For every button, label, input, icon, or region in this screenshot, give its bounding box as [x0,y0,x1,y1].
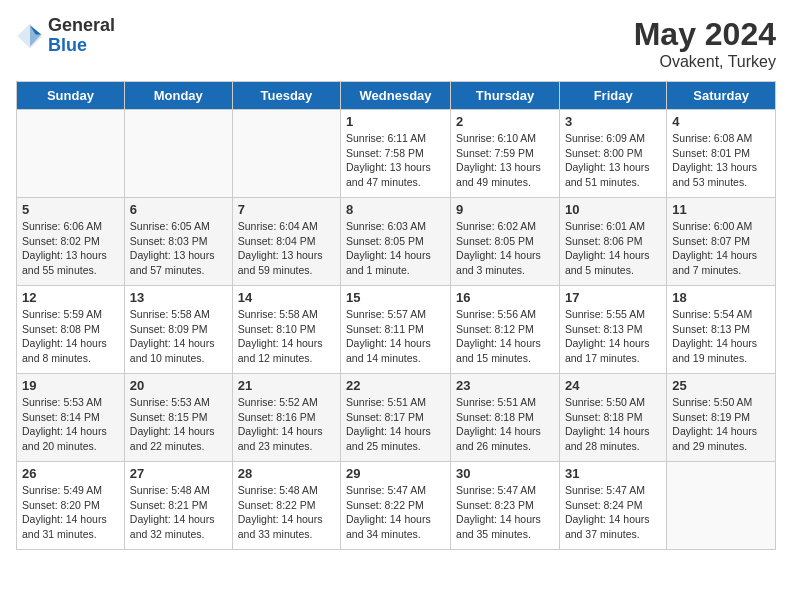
day-number: 24 [565,378,661,393]
day-info: Sunrise: 5:58 AM Sunset: 8:09 PM Dayligh… [130,307,227,366]
calendar-cell: 19Sunrise: 5:53 AM Sunset: 8:14 PM Dayli… [17,374,125,462]
day-number: 19 [22,378,119,393]
day-number: 23 [456,378,554,393]
day-number: 7 [238,202,335,217]
day-info: Sunrise: 6:09 AM Sunset: 8:00 PM Dayligh… [565,131,661,190]
day-number: 12 [22,290,119,305]
calendar-cell: 26Sunrise: 5:49 AM Sunset: 8:20 PM Dayli… [17,462,125,550]
calendar-cell: 22Sunrise: 5:51 AM Sunset: 8:17 PM Dayli… [341,374,451,462]
day-number: 13 [130,290,227,305]
day-number: 17 [565,290,661,305]
calendar-cell: 30Sunrise: 5:47 AM Sunset: 8:23 PM Dayli… [451,462,560,550]
calendar-cell: 8Sunrise: 6:03 AM Sunset: 8:05 PM Daylig… [341,198,451,286]
calendar-cell: 5Sunrise: 6:06 AM Sunset: 8:02 PM Daylig… [17,198,125,286]
calendar-cell: 6Sunrise: 6:05 AM Sunset: 8:03 PM Daylig… [124,198,232,286]
calendar-cell: 2Sunrise: 6:10 AM Sunset: 7:59 PM Daylig… [451,110,560,198]
day-info: Sunrise: 5:58 AM Sunset: 8:10 PM Dayligh… [238,307,335,366]
day-number: 4 [672,114,770,129]
day-info: Sunrise: 6:06 AM Sunset: 8:02 PM Dayligh… [22,219,119,278]
day-number: 5 [22,202,119,217]
day-info: Sunrise: 6:04 AM Sunset: 8:04 PM Dayligh… [238,219,335,278]
day-number: 25 [672,378,770,393]
day-info: Sunrise: 5:51 AM Sunset: 8:17 PM Dayligh… [346,395,445,454]
day-number: 11 [672,202,770,217]
day-number: 20 [130,378,227,393]
day-info: Sunrise: 6:02 AM Sunset: 8:05 PM Dayligh… [456,219,554,278]
header: General Blue May 2024 Ovakent, Turkey [16,16,776,71]
weekday-header: Sunday [17,82,125,110]
calendar-cell: 31Sunrise: 5:47 AM Sunset: 8:24 PM Dayli… [559,462,666,550]
calendar-cell: 1Sunrise: 6:11 AM Sunset: 7:58 PM Daylig… [341,110,451,198]
day-info: Sunrise: 5:47 AM Sunset: 8:24 PM Dayligh… [565,483,661,542]
weekday-header: Friday [559,82,666,110]
day-number: 9 [456,202,554,217]
calendar-cell: 23Sunrise: 5:51 AM Sunset: 8:18 PM Dayli… [451,374,560,462]
calendar-cell: 17Sunrise: 5:55 AM Sunset: 8:13 PM Dayli… [559,286,666,374]
calendar-cell: 29Sunrise: 5:47 AM Sunset: 8:22 PM Dayli… [341,462,451,550]
day-number: 8 [346,202,445,217]
logo-blue: Blue [48,36,115,56]
logo-icon [16,22,44,50]
calendar-cell: 15Sunrise: 5:57 AM Sunset: 8:11 PM Dayli… [341,286,451,374]
calendar-row: 5Sunrise: 6:06 AM Sunset: 8:02 PM Daylig… [17,198,776,286]
month-year: May 2024 [634,16,776,53]
calendar-cell: 10Sunrise: 6:01 AM Sunset: 8:06 PM Dayli… [559,198,666,286]
calendar-cell: 4Sunrise: 6:08 AM Sunset: 8:01 PM Daylig… [667,110,776,198]
weekday-header: Monday [124,82,232,110]
calendar-cell: 14Sunrise: 5:58 AM Sunset: 8:10 PM Dayli… [232,286,340,374]
day-info: Sunrise: 6:08 AM Sunset: 8:01 PM Dayligh… [672,131,770,190]
day-info: Sunrise: 5:53 AM Sunset: 8:14 PM Dayligh… [22,395,119,454]
title-area: May 2024 Ovakent, Turkey [634,16,776,71]
calendar-cell [667,462,776,550]
day-info: Sunrise: 6:03 AM Sunset: 8:05 PM Dayligh… [346,219,445,278]
day-info: Sunrise: 6:11 AM Sunset: 7:58 PM Dayligh… [346,131,445,190]
day-number: 1 [346,114,445,129]
day-info: Sunrise: 6:00 AM Sunset: 8:07 PM Dayligh… [672,219,770,278]
calendar-cell: 11Sunrise: 6:00 AM Sunset: 8:07 PM Dayli… [667,198,776,286]
day-info: Sunrise: 5:59 AM Sunset: 8:08 PM Dayligh… [22,307,119,366]
day-info: Sunrise: 5:48 AM Sunset: 8:21 PM Dayligh… [130,483,227,542]
svg-marker-1 [30,25,41,46]
calendar-cell: 13Sunrise: 5:58 AM Sunset: 8:09 PM Dayli… [124,286,232,374]
calendar-cell [17,110,125,198]
day-info: Sunrise: 6:05 AM Sunset: 8:03 PM Dayligh… [130,219,227,278]
calendar-cell: 3Sunrise: 6:09 AM Sunset: 8:00 PM Daylig… [559,110,666,198]
day-info: Sunrise: 5:51 AM Sunset: 8:18 PM Dayligh… [456,395,554,454]
day-number: 14 [238,290,335,305]
day-info: Sunrise: 5:48 AM Sunset: 8:22 PM Dayligh… [238,483,335,542]
calendar-cell: 16Sunrise: 5:56 AM Sunset: 8:12 PM Dayli… [451,286,560,374]
logo-general: General [48,16,115,36]
day-number: 21 [238,378,335,393]
calendar-row: 12Sunrise: 5:59 AM Sunset: 8:08 PM Dayli… [17,286,776,374]
day-info: Sunrise: 5:50 AM Sunset: 8:18 PM Dayligh… [565,395,661,454]
calendar-cell: 9Sunrise: 6:02 AM Sunset: 8:05 PM Daylig… [451,198,560,286]
calendar-cell [124,110,232,198]
day-number: 6 [130,202,227,217]
day-number: 16 [456,290,554,305]
day-info: Sunrise: 5:47 AM Sunset: 8:23 PM Dayligh… [456,483,554,542]
weekday-header: Tuesday [232,82,340,110]
calendar-cell: 7Sunrise: 6:04 AM Sunset: 8:04 PM Daylig… [232,198,340,286]
calendar-cell: 27Sunrise: 5:48 AM Sunset: 8:21 PM Dayli… [124,462,232,550]
weekday-header: Thursday [451,82,560,110]
weekday-header-row: SundayMondayTuesdayWednesdayThursdayFrid… [17,82,776,110]
day-number: 10 [565,202,661,217]
location: Ovakent, Turkey [634,53,776,71]
calendar-row: 19Sunrise: 5:53 AM Sunset: 8:14 PM Dayli… [17,374,776,462]
calendar-cell: 20Sunrise: 5:53 AM Sunset: 8:15 PM Dayli… [124,374,232,462]
day-number: 29 [346,466,445,481]
day-number: 18 [672,290,770,305]
weekday-header: Saturday [667,82,776,110]
calendar-cell: 12Sunrise: 5:59 AM Sunset: 8:08 PM Dayli… [17,286,125,374]
day-info: Sunrise: 5:50 AM Sunset: 8:19 PM Dayligh… [672,395,770,454]
day-number: 15 [346,290,445,305]
calendar-cell: 18Sunrise: 5:54 AM Sunset: 8:13 PM Dayli… [667,286,776,374]
calendar-cell: 24Sunrise: 5:50 AM Sunset: 8:18 PM Dayli… [559,374,666,462]
day-number: 3 [565,114,661,129]
calendar: SundayMondayTuesdayWednesdayThursdayFrid… [16,81,776,550]
calendar-cell: 28Sunrise: 5:48 AM Sunset: 8:22 PM Dayli… [232,462,340,550]
day-info: Sunrise: 6:10 AM Sunset: 7:59 PM Dayligh… [456,131,554,190]
day-info: Sunrise: 5:57 AM Sunset: 8:11 PM Dayligh… [346,307,445,366]
day-number: 27 [130,466,227,481]
day-info: Sunrise: 5:56 AM Sunset: 8:12 PM Dayligh… [456,307,554,366]
